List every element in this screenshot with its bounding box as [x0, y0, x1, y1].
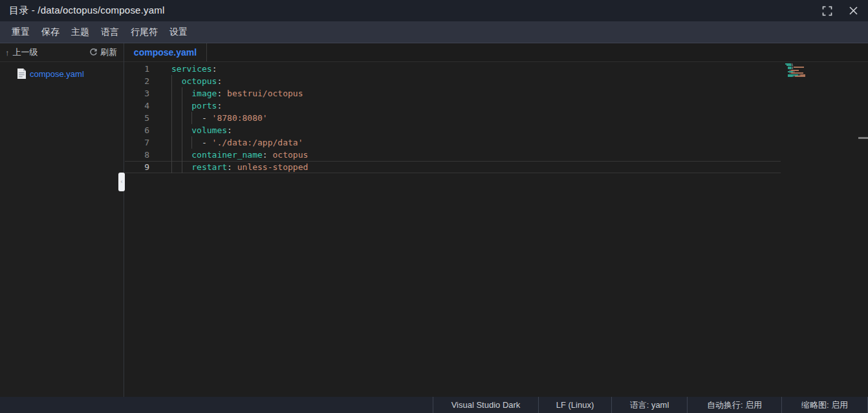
file-icon	[17, 68, 27, 79]
token-punc: :	[212, 63, 217, 75]
title-bar: 目录 - /data/octopus/compose.yaml	[0, 0, 868, 21]
code-line[interactable]: 4ports:	[124, 100, 868, 112]
code-text: container_name: octopus	[155, 149, 308, 161]
status-bar: Visual Studio DarkLF (Linux)语言: yaml自动换行…	[0, 397, 868, 413]
code-line[interactable]: 6volumes:	[124, 124, 868, 136]
menu-item-3[interactable]: 语言	[100, 24, 120, 41]
menu-item-4[interactable]: 行尾符	[129, 24, 159, 41]
go-up-label: 上一级	[13, 47, 38, 58]
token-str: '8780:8080'	[212, 112, 268, 124]
token-key: ports	[191, 100, 217, 112]
status-item-3[interactable]: 自动换行: 启用	[687, 397, 781, 413]
fullscreen-icon	[822, 6, 832, 16]
line-number: 9	[124, 161, 155, 173]
go-up-button[interactable]: ↑ 上一级	[5, 47, 38, 58]
tab-compose.yaml[interactable]: compose.yaml	[124, 43, 207, 61]
token-str: unless-stopped	[237, 161, 309, 173]
indent-guide	[171, 100, 182, 112]
sidebar-collapse-handle[interactable]: ‹	[118, 173, 125, 191]
code-line[interactable]: 8container_name: octopus	[124, 149, 868, 161]
menu-bar: 重置保存主题语言行尾符设置	[0, 21, 868, 43]
code-editor[interactable]: 1services:2octopus:3image: bestrui/octop…	[124, 62, 868, 397]
file-tree: compose.yaml	[0, 62, 124, 81]
refresh-icon	[89, 48, 98, 57]
indent-guide	[171, 124, 182, 136]
token-punc: :	[263, 149, 273, 161]
indent-guide	[171, 161, 182, 173]
menu-item-0[interactable]: 重置	[10, 24, 31, 41]
code-text: volumes:	[155, 124, 232, 136]
line-number: 5	[124, 112, 155, 124]
window-title: 目录 - /data/octopus/compose.yaml	[9, 5, 164, 17]
code-text: octopus:	[155, 75, 222, 87]
indent-guide	[171, 136, 182, 149]
editor-app: 目录 - /data/octopus/compose.yaml 重置	[0, 0, 868, 413]
indent-guide	[191, 136, 202, 149]
token-key: octopus	[182, 75, 217, 87]
token-punc: -	[202, 136, 212, 149]
tab-label: compose.yaml	[134, 47, 197, 58]
file-item[interactable]: compose.yaml	[0, 66, 124, 81]
indent-guide	[191, 112, 202, 124]
token-str: bestrui/octopus	[227, 87, 303, 100]
token-punc: :	[217, 100, 222, 112]
indent-guide	[182, 161, 192, 173]
indent-guide	[171, 87, 182, 100]
refresh-button[interactable]: 刷新	[89, 47, 117, 58]
fullscreen-button[interactable]	[821, 5, 833, 17]
sidebar-header: ↑ 上一级 刷新	[0, 43, 124, 62]
close-icon	[849, 6, 858, 16]
line-number: 3	[124, 87, 155, 100]
token-key: restart	[191, 161, 227, 173]
code-lines: 1services:2octopus:3image: bestrui/octop…	[124, 63, 868, 173]
indent-guide	[182, 112, 192, 124]
status-item-4[interactable]: 缩略图: 启用	[781, 397, 868, 413]
line-number: 2	[124, 75, 155, 87]
status-item-2[interactable]: 语言: yaml	[611, 397, 687, 413]
indent-guide	[171, 149, 182, 161]
line-number: 7	[124, 136, 155, 149]
window-controls	[821, 5, 859, 17]
code-text: restart: unless-stopped	[155, 161, 308, 173]
token-str: octopus	[273, 149, 309, 161]
indent-guide	[182, 100, 192, 112]
token-punc: -	[202, 112, 212, 124]
code-line[interactable]: 3image: bestrui/octopus	[124, 87, 868, 100]
close-button[interactable]	[847, 5, 859, 17]
token-punc: :	[227, 161, 237, 173]
code-line[interactable]: 5- '8780:8080'	[124, 112, 868, 124]
line-number: 6	[124, 124, 155, 136]
indent-guide	[182, 124, 192, 136]
code-text: image: bestrui/octopus	[155, 87, 303, 100]
code-text: - './data:/app/data'	[155, 136, 303, 149]
up-arrow-icon: ↑	[5, 48, 10, 58]
tab-bar: compose.yaml	[124, 43, 868, 62]
indent-guide	[182, 87, 192, 100]
token-punc: :	[217, 87, 227, 100]
indent-guide	[182, 149, 192, 161]
indent-guide	[182, 136, 192, 149]
main-area: ↑ 上一级 刷新 compose.yaml ‹ compose.yaml	[0, 43, 868, 397]
menu-item-1[interactable]: 保存	[40, 24, 61, 41]
token-str: './data:/app/data'	[212, 136, 303, 149]
file-name: compose.yaml	[30, 69, 84, 79]
code-line[interactable]: 2octopus:	[124, 75, 868, 87]
line-number: 1	[124, 63, 155, 75]
status-item-1[interactable]: LF (Linux)	[538, 397, 611, 413]
indent-guide	[171, 75, 182, 87]
code-text: ports:	[155, 100, 222, 112]
code-text: services:	[155, 63, 217, 75]
token-key: volumes	[191, 124, 227, 136]
menu-item-2[interactable]: 主题	[70, 24, 91, 41]
token-punc: :	[227, 124, 232, 136]
token-key: services	[171, 63, 212, 75]
code-line[interactable]: 1services:	[124, 63, 868, 75]
menu-item-5[interactable]: 设置	[168, 24, 189, 41]
token-punc: :	[217, 75, 222, 87]
editor-column: compose.yaml 1services:2octopus:3image: …	[124, 43, 868, 397]
code-line[interactable]: 9restart: unless-stopped	[124, 161, 868, 173]
code-text: - '8780:8080'	[155, 112, 268, 124]
file-sidebar: ↑ 上一级 刷新 compose.yaml	[0, 43, 124, 397]
code-line[interactable]: 7- './data:/app/data'	[124, 136, 868, 149]
status-item-0[interactable]: Visual Studio Dark	[433, 397, 538, 413]
